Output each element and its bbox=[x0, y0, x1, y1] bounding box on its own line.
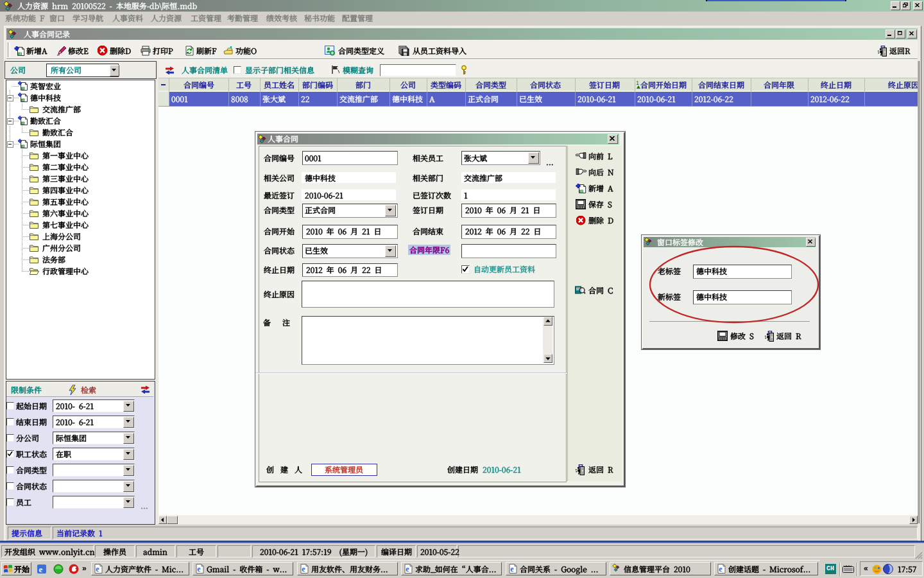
svg-text:e: e bbox=[406, 565, 409, 574]
svg-text:e: e bbox=[197, 565, 201, 574]
svg-text:1: 1 bbox=[636, 80, 639, 86]
svg-text:e: e bbox=[510, 565, 514, 574]
svg-text:e: e bbox=[38, 565, 42, 574]
svg-text:e: e bbox=[302, 565, 305, 574]
svg-text:e: e bbox=[96, 565, 99, 574]
svg-text:e: e bbox=[719, 565, 723, 574]
